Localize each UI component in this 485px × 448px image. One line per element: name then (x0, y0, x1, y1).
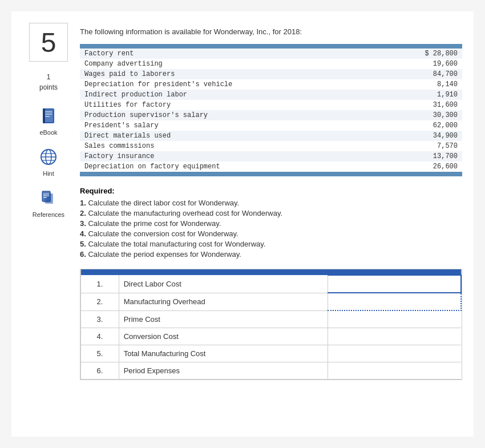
answer-input-2[interactable] (330, 294, 458, 309)
answer-input-cell[interactable] (328, 293, 461, 310)
answer-table-row: 4. Conversion Cost (81, 328, 462, 345)
data-table-row: Indirect production labor 1,910 (80, 90, 462, 100)
data-row-label: Production supervisor's salary (80, 110, 309, 120)
data-table-row: Depreciation on factory equipment 26,600 (80, 162, 462, 172)
answer-input-cell[interactable] (328, 328, 461, 345)
required-title: Required: (80, 187, 462, 195)
book-icon (38, 105, 59, 127)
answer-input-6[interactable] (330, 364, 459, 378)
answer-row-desc: Total Manufacturing Cost (119, 345, 328, 362)
data-row-value: 1,910 (309, 90, 462, 100)
data-row-value: 13,700 (309, 151, 462, 162)
required-item: 2. Calculate the manufacturing overhead … (80, 209, 462, 217)
required-item-num: 6. (80, 250, 86, 259)
answer-table-row: 5. Total Manufacturing Cost (81, 345, 462, 362)
data-row-label: Depreciation for president's vehicle (80, 79, 309, 90)
data-row-label: Company advertising (80, 59, 309, 69)
answer-input-5[interactable] (330, 346, 459, 361)
answer-input-3[interactable] (330, 312, 459, 326)
required-list: 1. Calculate the direct labor cost for W… (80, 199, 462, 259)
data-row-label: Indirect production labor (80, 90, 309, 100)
hint-label: Hint (43, 170, 54, 177)
data-row-label: Wages paid to laborers (80, 69, 309, 79)
data-table-row: Utilities for factory 31,600 (80, 100, 462, 110)
answer-row-desc: Period Expenses (119, 362, 328, 380)
svg-rect-2 (43, 108, 45, 123)
required-item: 3. Calculate the prime cost for Wonderwa… (80, 219, 462, 228)
data-table-row: Factory rent $ 28,800 (80, 49, 462, 59)
answer-table-row: 2. Manufacturing Overhead (81, 293, 462, 310)
answer-row-num: 4. (81, 328, 119, 345)
main-content: The following information is available f… (74, 23, 462, 425)
required-item-num: 2. (80, 209, 86, 217)
data-table-row: Wages paid to laborers 84,700 (80, 69, 462, 79)
required-item: 6. Calculate the period expenses for Won… (80, 250, 462, 259)
data-row-value: 8,140 (309, 79, 462, 90)
required-item: 5. Calculate the total manufacturing cos… (80, 240, 462, 248)
data-row-label: Depreciation on factory equipment (80, 162, 309, 172)
required-item-num: 1. (80, 199, 86, 207)
hint-icon (38, 146, 59, 168)
answer-table-row: 1. Direct Labor Cost (81, 275, 462, 293)
answer-row-desc: Manufacturing Overhead (119, 293, 328, 310)
data-table: Factory rent $ 28,800 Company advertisin… (80, 44, 462, 176)
page-container: 5 1 points eBook (11, 11, 474, 437)
data-row-label: Factory rent (80, 49, 309, 59)
question-intro: The following information is available f… (80, 27, 462, 36)
ebook-label: eBook (39, 129, 57, 136)
data-row-value: 31,600 (309, 100, 462, 110)
points-value: points (39, 83, 58, 91)
required-item-num: 5. (80, 240, 86, 248)
answer-row-num: 5. (81, 345, 119, 362)
answer-input-cell[interactable] (328, 345, 461, 362)
references-button[interactable]: References (33, 187, 64, 218)
required-item-num: 3. (80, 219, 86, 228)
data-table-row: Depreciation for president's vehicle 8,1… (80, 79, 462, 90)
answer-row-num: 1. (81, 275, 119, 293)
data-table-row: Sales commissions 7,570 (80, 141, 462, 151)
required-section: Required: 1. Calculate the direct labor … (80, 187, 462, 259)
data-table-row: President's salary 62,000 (80, 120, 462, 131)
data-row-label: Factory insurance (80, 151, 309, 162)
data-table-row: Production supervisor's salary 30,300 (80, 110, 462, 120)
answer-row-desc: Prime Cost (119, 310, 328, 328)
data-table-row: Factory insurance 13,700 (80, 151, 462, 162)
points-label: 1 (47, 73, 51, 81)
left-sidebar: 5 1 points eBook (23, 23, 74, 425)
data-row-label: Sales commissions (80, 141, 309, 151)
answer-row-desc: Conversion Cost (119, 328, 328, 345)
required-item: 4. Calculate the conversion cost for Won… (80, 229, 462, 238)
answer-row-desc: Direct Labor Cost (119, 275, 328, 293)
answer-table-row: 3. Prime Cost (81, 310, 462, 328)
data-row-value: 62,000 (309, 120, 462, 131)
data-row-value: 26,600 (309, 162, 462, 172)
references-label: References (33, 211, 64, 218)
answer-table: 1. Direct Labor Cost 2. Manufacturing Ov… (80, 269, 462, 380)
data-row-label: Utilities for factory (80, 100, 309, 110)
data-row-label: Direct materials used (80, 131, 309, 141)
hint-button[interactable]: Hint (38, 146, 59, 177)
references-icon (38, 187, 59, 209)
data-row-value: 84,700 (309, 69, 462, 79)
answer-table-row: 6. Period Expenses (81, 362, 462, 380)
answer-input-cell[interactable] (328, 275, 461, 293)
answer-input-4[interactable] (330, 329, 459, 344)
required-item-num: 4. (80, 229, 86, 238)
answer-row-num: 2. (81, 293, 119, 310)
answer-input-1[interactable] (330, 277, 458, 291)
data-row-label: President's salary (80, 120, 309, 131)
data-row-value: 34,900 (309, 131, 462, 141)
ebook-button[interactable]: eBook (38, 105, 59, 136)
question-number-box: 5 (29, 23, 68, 62)
answer-input-cell[interactable] (328, 310, 461, 328)
data-row-value: 19,600 (309, 59, 462, 69)
answer-table-wrapper: 1. Direct Labor Cost 2. Manufacturing Ov… (80, 269, 462, 380)
answer-row-num: 6. (81, 362, 119, 380)
data-row-value: $ 28,800 (309, 49, 462, 59)
data-table-row: Direct materials used 34,900 (80, 131, 462, 141)
answer-input-cell[interactable] (328, 362, 461, 380)
data-table-row: Company advertising 19,600 (80, 59, 462, 69)
question-number: 5 (41, 27, 56, 58)
data-row-value: 7,570 (309, 141, 462, 151)
required-item: 1. Calculate the direct labor cost for W… (80, 199, 462, 207)
